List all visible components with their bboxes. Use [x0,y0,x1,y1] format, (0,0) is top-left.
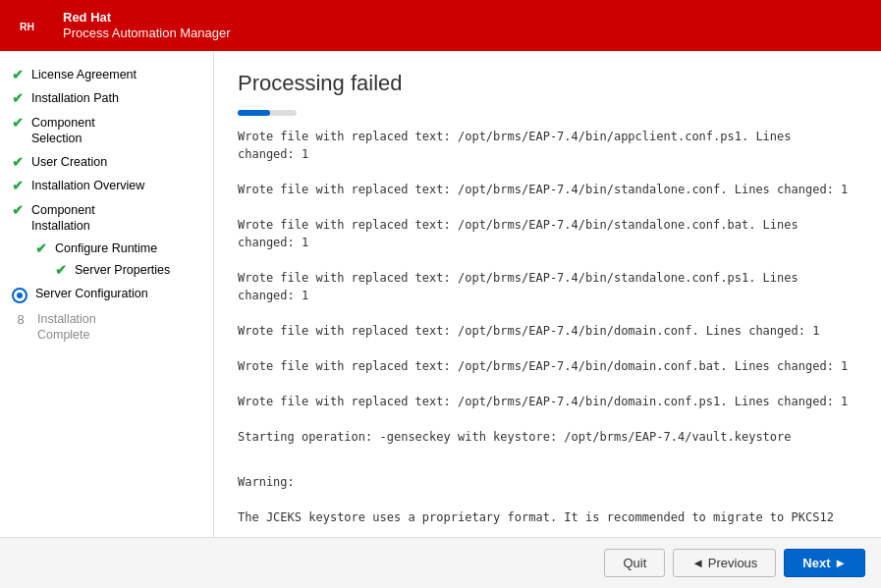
next-button[interactable]: Next ► [784,549,865,577]
sidebar-item-label: Server Properties [75,262,170,278]
circle-inner [17,293,23,298]
header-title: Red Hat Process Automation Manager [63,10,231,40]
check-icon: ✔ [12,67,24,82]
main-container: ✔ License Agreement ✔ Installation Path … [0,51,881,537]
sidebar-item-installation-complete: 8 InstallationComplete [0,307,213,347]
log-area[interactable]: /opt/brms/EAP-7.4/bin/domain.conf/opt/br… [238,130,857,527]
check-icon: ✔ [12,154,24,170]
previous-button[interactable]: ◄ Previous [673,549,776,577]
log-line: The JCEKS keystore uses a proprietary fo… [238,508,852,527]
log-line: Wrote file with replaced text: /opt/brms… [238,269,852,304]
sidebar-item-component-installation: ✔ ComponentInstallation [0,198,213,239]
content-inner: Processing failed /opt/brms/EAP-7.4/bin/… [214,51,881,537]
sidebar-item-configure-runtime: ✔ Configure Runtime [0,238,213,259]
log-blank-line [238,463,852,473]
sidebar-item-server-properties: ✔ Server Properties [0,259,213,281]
check-icon: ✔ [55,262,67,278]
sidebar-item-label: Installation Path [31,90,119,106]
sidebar-item-label: InstallationComplete [37,311,96,344]
sidebar-item-label: Configure Runtime [55,241,157,256]
sidebar-item-label: Installation Overview [31,178,144,193]
redhat-logo-icon: RH [16,10,53,41]
check-icon: ✔ [12,178,24,193]
sidebar-item-installation-overview: ✔ Installation Overview [0,174,213,197]
log-line: Wrote file with replaced text: /opt/brms… [238,322,852,340]
sidebar-item-component-selection: ✔ ComponentSelection [0,111,213,151]
log-line: Starting operation: -genseckey with keys… [238,428,852,446]
check-icon: ✔ [12,90,24,106]
log-line: Wrote file with replaced text: /opt/brms… [238,130,852,163]
sidebar-item-user-creation: ✔ User Creation [0,150,213,174]
sidebar-item-license-agreement: ✔ License Agreement [0,63,213,86]
log-line: Warning: [238,473,852,491]
sidebar-item-label: License Agreement [31,67,137,82]
app-header: RH Red Hat Process Automation Manager [0,0,881,51]
sidebar-item-server-configuration: Server Configuration [0,282,213,307]
sidebar-item-installation-path: ✔ Installation Path [0,86,213,110]
sidebar-item-label: Server Configuration [35,286,148,301]
content-area: Processing failed /opt/brms/EAP-7.4/bin/… [214,51,881,537]
log-line: Wrote file with replaced text: /opt/brms… [238,181,852,198]
sidebar-item-label: User Creation [31,154,107,170]
header-brand-bottom: Process Automation Manager [63,26,231,41]
log-line: Wrote file with replaced text: /opt/brms… [238,393,852,410]
log-line: Wrote file with replaced text: /opt/brms… [238,216,852,251]
check-icon: ✔ [12,115,24,131]
svg-text:RH: RH [20,22,34,32]
sidebar-item-label: ComponentSelection [31,115,95,147]
progress-bar-container [238,110,297,116]
sidebar-item-label: ComponentInstallation [31,202,95,235]
check-icon: ✔ [35,241,47,256]
quit-button[interactable]: Quit [604,549,665,577]
sidebar: ✔ License Agreement ✔ Installation Path … [0,51,214,537]
check-icon: ✔ [12,202,24,218]
page-title: Processing failed [238,71,857,96]
log-line: Wrote file with replaced text: /opt/brms… [238,357,852,375]
header-brand-top: Red Hat [63,10,231,26]
progress-bar-fill [238,110,270,116]
circle-progress-icon [12,288,28,303]
step-number-icon: 8 [12,311,29,329]
header-logo: RH Red Hat Process Automation Manager [16,10,231,41]
footer: Quit ◄ Previous Next ► [0,537,881,588]
